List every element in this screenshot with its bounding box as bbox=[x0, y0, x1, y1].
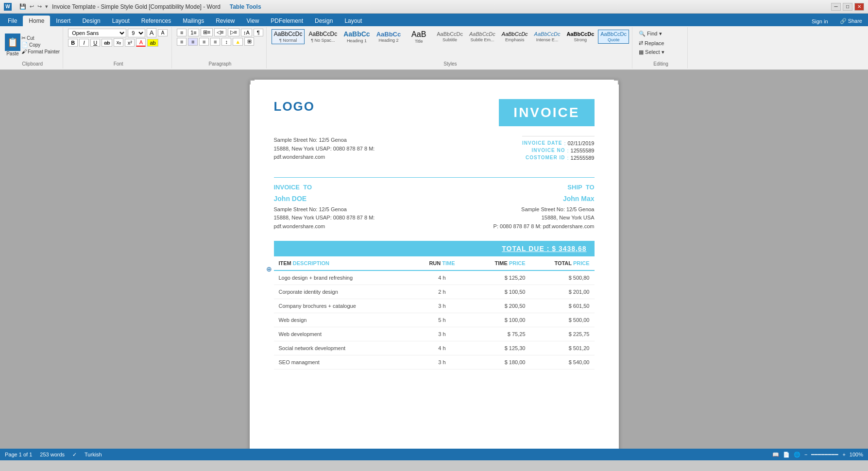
status-bar: Page 1 of 1 253 words ✓ Turkish 📖 📄 🌐 − … bbox=[0, 449, 868, 460]
total-due-bar: TOTAL DUE : $ 3438,68 bbox=[274, 241, 595, 256]
font-name-select[interactable]: Open Sans bbox=[68, 29, 126, 37]
more-qat-btn[interactable]: ▾ bbox=[44, 3, 49, 10]
find-btn[interactable]: 🔍 Find ▾ bbox=[637, 30, 684, 37]
multilevel-btn[interactable]: ⊞≡ bbox=[201, 28, 213, 36]
line-spacing-btn[interactable]: ↕ bbox=[221, 38, 231, 46]
redo-qat-btn[interactable]: ↪ bbox=[36, 3, 43, 10]
show-marks-btn[interactable]: ¶ bbox=[254, 29, 263, 36]
company-info: Sample Street No: 12/5 Genoa 15888, New … bbox=[274, 136, 375, 162]
style-active-highlight[interactable]: AaBbCcDc Quote bbox=[598, 30, 629, 44]
style-strong[interactable]: AaBbCcDc Strong bbox=[564, 30, 596, 44]
tab-home[interactable]: Home bbox=[23, 16, 50, 26]
tab-file[interactable]: File bbox=[2, 16, 23, 26]
word-count: 253 words bbox=[40, 452, 65, 458]
tab-review[interactable]: Review bbox=[210, 16, 240, 26]
share-btn[interactable]: 🔗 Share bbox=[834, 16, 868, 26]
read-mode-btn[interactable]: 📖 bbox=[772, 452, 779, 458]
font-label: Font bbox=[114, 61, 123, 67]
table-tools-label: Table Tools bbox=[230, 3, 261, 10]
justify-btn[interactable]: ≡ bbox=[210, 38, 220, 46]
bold-btn[interactable]: B bbox=[68, 39, 78, 47]
numbering-btn[interactable]: 1≡ bbox=[188, 29, 199, 36]
sort-btn[interactable]: ↕A bbox=[241, 29, 252, 36]
fontcolor-btn[interactable]: A bbox=[136, 38, 146, 47]
signin-btn[interactable]: Sign in bbox=[806, 17, 834, 26]
strikethrough-btn[interactable]: ab bbox=[102, 39, 112, 47]
th-item: ITEM DESCRIPTION bbox=[274, 256, 418, 270]
print-layout-btn[interactable]: 📄 bbox=[783, 452, 790, 458]
close-btn[interactable]: ✕ bbox=[854, 3, 864, 11]
style-intense-e[interactable]: AaBbCcDc Intense E... bbox=[532, 30, 563, 44]
style-subtitle[interactable]: AaBbCcDc Subtitle bbox=[434, 30, 465, 44]
border-btn[interactable]: ⊞ bbox=[244, 37, 254, 46]
format-painter-button[interactable]: 🖌Format Painter bbox=[21, 49, 60, 54]
tab-tablelayout[interactable]: Layout bbox=[339, 16, 368, 26]
zoom-in-btn[interactable]: + bbox=[842, 452, 845, 457]
replace-btn[interactable]: ⇄ Replace bbox=[637, 39, 684, 47]
zoom-slider[interactable]: ━━━━━━━━ bbox=[811, 452, 838, 458]
table-header-row: ITEM DESCRIPTION RUN TIME TIME PRICE TOT… bbox=[274, 256, 595, 270]
minimize-btn[interactable]: ─ bbox=[831, 3, 841, 11]
styles-items: AaBbCcDc ¶ Normal AaBbCcDc ¶ No Spac... … bbox=[272, 28, 629, 45]
save-qat-btn[interactable]: 💾 bbox=[18, 3, 27, 10]
tab-design[interactable]: Design bbox=[76, 16, 106, 26]
tab-view[interactable]: View bbox=[241, 16, 265, 26]
style-normal[interactable]: AaBbCcDc ¶ Normal bbox=[272, 29, 305, 44]
billing-section: INVOICE TO John DOE Sample Street No: 12… bbox=[274, 184, 595, 231]
paste-button[interactable]: 📋 Paste bbox=[5, 34, 20, 56]
ribbon: 📋 Paste ✂Cut 📄Copy 🖌Format Painter Clipb… bbox=[0, 26, 868, 70]
clipboard-small-actions: ✂Cut 📄Copy 🖌Format Painter bbox=[21, 35, 60, 54]
clipboard-label: Clipboard bbox=[22, 61, 43, 67]
style-no-space[interactable]: AaBbCcDc ¶ No Spac... bbox=[306, 29, 340, 44]
invoice-table: ITEM DESCRIPTION RUN TIME TIME PRICE TOT… bbox=[274, 256, 595, 370]
language-indicator[interactable]: Turkish bbox=[85, 452, 102, 458]
table-body: Logo design + brand refreshing 4 h $ 125… bbox=[274, 270, 595, 370]
cut-button[interactable]: ✂Cut bbox=[21, 35, 60, 41]
style-heading1[interactable]: AaBbCc Heading 1 bbox=[341, 29, 372, 45]
zoom-out-btn[interactable]: − bbox=[804, 452, 807, 457]
highlight-btn[interactable]: ab bbox=[147, 39, 158, 47]
font-shrink-btn[interactable]: A bbox=[158, 29, 168, 36]
ribbon-tabs: File Home Insert Design Layout Reference… bbox=[0, 14, 868, 26]
font-grow-btn[interactable]: A bbox=[147, 28, 156, 37]
invoice-badge: INVOICE bbox=[499, 99, 594, 126]
editing-label: Editing bbox=[653, 61, 668, 67]
tab-mailings[interactable]: Mailings bbox=[177, 16, 210, 26]
style-emphasis[interactable]: AaBbCcDc Emphasis bbox=[499, 30, 530, 44]
tab-references[interactable]: References bbox=[136, 16, 177, 26]
page-count: Page 1 of 1 bbox=[5, 452, 32, 458]
shading-btn[interactable]: ▲ bbox=[233, 38, 243, 46]
select-btn[interactable]: ▦ Select ▾ bbox=[637, 49, 684, 56]
table-add-btn[interactable]: ⊕ bbox=[266, 265, 272, 273]
table-row: Corporate identity design 2 h $ 100,50 $… bbox=[274, 285, 595, 299]
undo-qat-btn[interactable]: ↩ bbox=[29, 3, 35, 10]
paragraph-top-row: ≡ 1≡ ⊞≡ ◁≡ ▷≡ ↕A ¶ bbox=[177, 28, 263, 36]
align-right-btn[interactable]: ≡ bbox=[199, 38, 209, 46]
styles-label: Styles bbox=[443, 61, 457, 67]
indent-decrease-btn[interactable]: ◁≡ bbox=[214, 28, 226, 36]
tab-tabledesign[interactable]: Design bbox=[309, 16, 339, 26]
restore-btn[interactable]: □ bbox=[843, 3, 852, 11]
web-layout-btn[interactable]: 🌐 bbox=[794, 452, 800, 458]
align-left-btn[interactable]: ≡ bbox=[177, 38, 187, 46]
bullets-btn[interactable]: ≡ bbox=[177, 29, 187, 36]
copy-button[interactable]: 📄Copy bbox=[21, 42, 60, 48]
status-right: 📖 📄 🌐 − ━━━━━━━━ + 100% bbox=[772, 452, 863, 458]
subscript-btn[interactable]: x₂ bbox=[114, 38, 123, 47]
tab-pdfelement[interactable]: PDFelement bbox=[265, 16, 309, 26]
style-title[interactable]: AaB Title bbox=[405, 28, 433, 45]
paste-label: Paste bbox=[6, 51, 19, 56]
tab-layout[interactable]: Layout bbox=[106, 16, 136, 26]
font-size-select[interactable]: 9 bbox=[128, 29, 145, 37]
style-subtle-em[interactable]: AaBbCcDc Subtle Em... bbox=[467, 30, 498, 44]
superscript-btn[interactable]: x² bbox=[125, 39, 135, 47]
indent-increase-btn[interactable]: ▷≡ bbox=[228, 28, 239, 36]
style-heading2[interactable]: AaBbCc Heading 2 bbox=[374, 29, 404, 45]
table-row: Logo design + brand refreshing 4 h $ 125… bbox=[274, 270, 595, 285]
underline-btn[interactable]: U bbox=[90, 39, 100, 47]
align-center-btn[interactable]: ≡ bbox=[188, 38, 198, 46]
page-header: LOGO INVOICE bbox=[274, 99, 595, 126]
spell-check-icon[interactable]: ✓ bbox=[72, 452, 77, 458]
tab-insert[interactable]: Insert bbox=[50, 16, 76, 26]
italic-btn[interactable]: I bbox=[79, 39, 89, 47]
